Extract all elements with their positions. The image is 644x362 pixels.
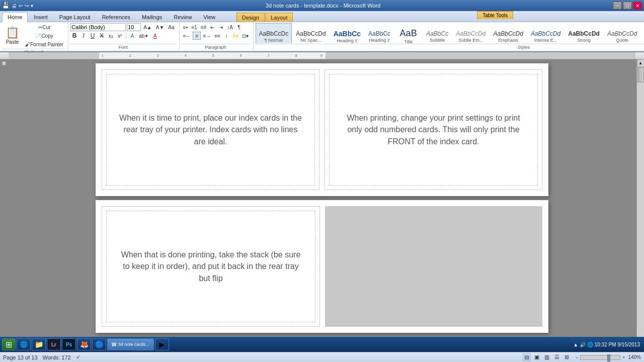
grow-font-button[interactable]: A▲ [142,23,153,31]
zoom-level[interactable]: 140% [628,354,641,360]
zoom-minus[interactable]: − [576,355,578,360]
status-right: ▤ ▣ ▥ ☰ ⊞ − + 140% [523,353,641,361]
view-outline-icon[interactable]: ☰ [553,353,561,361]
clipboard-group: 📋 Paste ✂ Cut 📄 Copy 🖌 Format Painter Cl… [0,22,68,51]
decrease-indent-button[interactable]: ⇤ [208,23,216,31]
clock: 10:32 PM [595,342,616,347]
title-text: 3d note cards - template.docx - Microsof… [33,3,613,9]
main-content: When it is time to print, place our inde… [0,59,644,362]
justify-button[interactable]: ≡≡ [213,32,222,40]
right-scrollbar: ▲ ▼ [636,59,644,362]
card-2-text: When printing, change your print setting… [340,112,527,147]
tab-references[interactable]: References [97,12,136,22]
card-3[interactable]: When that is done printing, take the sta… [102,206,320,327]
style-title[interactable]: AaB Title [394,23,422,43]
copy-button[interactable]: 📄 Copy [24,32,65,40]
taskbar-firefox[interactable]: 🦊 [77,338,91,350]
numbering-button[interactable]: ≡1 [190,23,199,31]
zoom-thumb[interactable] [607,354,610,361]
tab-review[interactable]: Review [168,12,197,22]
date: 9/15/2013 [618,342,640,347]
multilevel-button[interactable]: ≡# [199,23,208,31]
bold-button[interactable]: B [70,32,78,40]
shrink-font-button[interactable]: A▼ [154,23,166,31]
zoom-plus[interactable]: + [622,355,625,360]
taskbar-word[interactable]: W 3d note cards... [107,338,154,350]
style-strong[interactable]: AaBbCcDd Strong [565,23,603,43]
start-button[interactable]: ⊞ [2,338,16,350]
clear-format-button[interactable]: Aa [167,23,176,31]
tab-home[interactable]: Home [2,12,28,22]
increase-indent-button[interactable]: ⇥ [217,23,225,31]
style-subtle-em[interactable]: AaBbCcDd Subtle Em... [452,23,489,43]
taskbar-chrome[interactable]: 🔵 [92,338,106,350]
align-right-button[interactable]: ≡→ [201,32,212,40]
card-1[interactable]: When it is time to print, place our inde… [102,69,319,190]
text-effect-button[interactable]: A [128,32,136,40]
borders-button[interactable]: ⊡▾ [240,32,250,40]
style-normal[interactable]: AaBbCcDc ¶ Normal [256,23,292,43]
tab-page-layout[interactable]: Page Layout [54,12,96,22]
font-size-input[interactable] [127,23,141,31]
format-painter-button[interactable]: 🖌 Format Painter [24,40,65,48]
status-bar: Page 13 of 13 Words: 172 ✓ ▤ ▣ ▥ ☰ ⊞ − +… [0,352,644,362]
style-intense-q[interactable]: AaBbCcDd Intense Q... [641,23,644,43]
zoom-slider[interactable] [580,355,620,360]
style-heading2[interactable]: AaBbCc Heading 2 [365,23,394,43]
taskbar-ps[interactable]: Ps [62,338,76,350]
status-left: Page 13 of 13 Words: 172 ✓ [3,354,80,360]
tab-insert[interactable]: Insert [28,12,53,22]
document-area[interactable]: When it is time to print, place our inde… [8,59,636,362]
scroll-up-button[interactable]: ▲ [637,59,645,67]
align-left-button[interactable]: ≡← [182,32,193,40]
page-row-2: When that is done printing, take the sta… [96,200,548,333]
tab-mailings[interactable]: Mailings [136,12,168,22]
style-quote[interactable]: AaBbCcDd Quote [604,23,640,43]
shading-button[interactable]: A▾ [231,32,240,40]
tab-layout[interactable]: Layout [265,13,293,22]
style-subtitle[interactable]: AaBbCc Subtitle [423,23,452,43]
underline-button[interactable]: U [89,32,97,40]
ruler: 1 2 3 4 5 6 7 8 9 [0,52,644,59]
bullets-button[interactable]: ≡• [182,23,190,31]
card-2[interactable]: When printing, change your print setting… [325,69,542,190]
view-print-icon[interactable]: ▤ [523,353,531,361]
align-center-button[interactable]: ≡ [193,32,201,40]
close-button[interactable]: ✕ [633,2,642,10]
tab-view[interactable]: View [198,12,221,22]
superscript-button[interactable]: x² [116,32,124,40]
subscript-button[interactable]: x₂ [107,32,115,40]
strikethrough-button[interactable]: X [98,32,106,40]
card-3-text: When that is done printing, take the sta… [117,249,305,284]
italic-button[interactable]: I [79,32,88,40]
show-hide-button[interactable]: ¶ [235,23,243,31]
font-name-input[interactable] [70,23,126,31]
page-info: Page 13 of 13 [3,354,38,360]
table-tools-tab: Table Tools [477,11,513,19]
tab-design[interactable]: Design [236,13,265,22]
empty-card-area [325,206,542,327]
taskbar-ie[interactable]: 🌐 [17,338,31,350]
style-heading1[interactable]: AaBbCc Heading 1 [330,23,364,43]
maximize-button[interactable]: □ [623,2,632,10]
paste-button[interactable]: 📋 Paste [2,23,23,47]
style-no-spacing[interactable]: AaBbCcDd No Spac... [292,23,329,43]
font-color-button[interactable]: A [151,32,159,40]
taskbar-explorer[interactable]: 📁 [32,338,46,350]
left-scroll-top[interactable] [2,61,6,65]
highlight-button[interactable]: ab✦ [137,32,150,40]
minimize-button[interactable]: − [613,2,622,10]
view-fullread-icon[interactable]: ▣ [533,353,541,361]
taskbar-lr[interactable]: Lr [47,338,61,350]
style-emphasis[interactable]: AaBbCcDd Emphasis [490,23,527,43]
taskbar-media[interactable]: ▶ [155,338,169,350]
view-draft-icon[interactable]: ⊞ [563,353,571,361]
title-bar: 💾 🖨 ↩ ↪ ▾ 3d note cards - template.docx … [0,0,644,11]
style-intense-em[interactable]: AaBbCcDd Intense E... [527,23,564,43]
line-spacing-button[interactable]: ↕ [222,32,230,40]
scroll-thumb[interactable] [637,67,644,82]
view-web-icon[interactable]: ▥ [543,353,551,361]
cut-button[interactable]: ✂ Cut [24,23,65,31]
taskbar: ⊞ 🌐 📁 Lr Ps 🦊 🔵 W 3d note cards... ▶ ▲ 🔊… [0,337,644,352]
sort-button[interactable]: ↕A [225,23,234,31]
